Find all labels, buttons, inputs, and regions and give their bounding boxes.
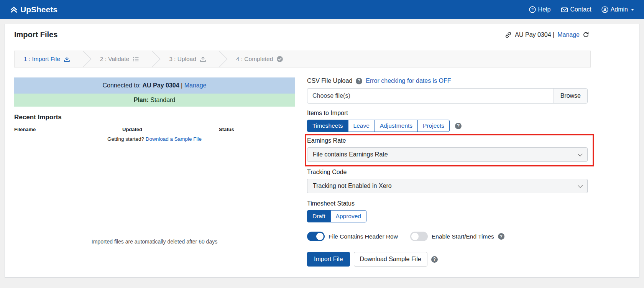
toggle-knob — [316, 233, 324, 240]
start-end-times-label: Enable Start/End Times — [432, 233, 494, 240]
step-upload[interactable]: 3 : Upload — [160, 51, 215, 67]
help-icon: ? — [529, 6, 536, 13]
adjustments-button[interactable]: Adjustments — [375, 120, 418, 132]
check-circle-icon — [276, 56, 283, 63]
navbar-links: ? Help Contact Admin — [529, 6, 634, 13]
toggles-row: File Contains Header Row Enable Start/En… — [307, 232, 588, 241]
header-row-toggle[interactable] — [307, 232, 325, 241]
connected-prefix: Connected to: — [102, 82, 141, 89]
connected-name: AU Pay 0304 — [143, 82, 179, 89]
toggle-knob — [411, 233, 419, 240]
getting-started-text: Getting started? — [107, 136, 144, 142]
help-link[interactable]: ? Help — [529, 6, 551, 13]
right-column: CSV File Upload ? Error checking for dat… — [307, 77, 588, 267]
admin-label: Admin — [611, 6, 628, 13]
step-validate-label: 2 : Validate — [100, 56, 129, 63]
retention-note: Imported files are automatically deleted… — [14, 239, 295, 245]
connection-label: AU Pay 0304 | — [515, 31, 554, 38]
error-checking-link[interactable]: Error checking for dates is OFF — [366, 77, 451, 84]
connection-status: AU Pay 0304 | Manage — [505, 31, 589, 38]
plan-alert: Plan: Standard — [14, 94, 295, 107]
download-icon — [64, 56, 70, 63]
step-completed[interactable]: 4 : Completed — [227, 51, 293, 67]
svg-text:?: ? — [531, 7, 534, 12]
caret-down-icon — [578, 183, 583, 188]
csv-upload-header: CSV File Upload ? Error checking for dat… — [307, 77, 588, 84]
earnings-rate-value: File contains Earnings Rate — [313, 151, 388, 158]
connected-alert: Connected to: AU Pay 0304 | Manage — [14, 77, 295, 94]
timesheet-status-label: Timesheet Status — [307, 200, 588, 207]
contact-link[interactable]: Contact — [561, 6, 591, 13]
step-import-file-label: 1 : Import File — [24, 56, 60, 63]
step-upload-label: 3 : Upload — [169, 56, 196, 63]
actions-row: Import File Download Sample File ? — [307, 252, 588, 267]
earnings-rate-section: Earnings Rate File contains Earnings Rat… — [307, 137, 588, 162]
browse-button[interactable]: Browse — [554, 89, 587, 103]
download-sample-file-link[interactable]: Download a Sample File — [146, 136, 202, 142]
csv-help-icon[interactable]: ? — [356, 78, 362, 84]
step-validate[interactable]: 2 : Validate — [91, 51, 148, 67]
page-title: Import Files — [14, 30, 58, 39]
import-files-card: Import Files AU Pay 0304 | Manage 1 : Im… — [5, 24, 639, 278]
help-label: Help — [538, 6, 551, 13]
upload-icon — [200, 56, 206, 63]
start-end-help-icon[interactable]: ? — [498, 233, 504, 240]
content-columns: Connected to: AU Pay 0304 | Manage Plan:… — [5, 67, 639, 277]
items-group-row: Timesheets Leave Adjustments Projects ? — [307, 120, 588, 132]
envelope-icon — [561, 6, 568, 13]
download-sample-button[interactable]: Download Sample File — [354, 252, 427, 267]
projects-button[interactable]: Projects — [417, 120, 450, 132]
items-to-import-label: Items to Import — [307, 110, 588, 117]
csv-upload-label: CSV File Upload — [307, 77, 352, 84]
leave-button[interactable]: Leave — [348, 120, 375, 132]
manage-link[interactable]: Manage — [557, 31, 580, 38]
column-filename: Filename — [14, 127, 122, 132]
left-column: Connected to: AU Pay 0304 | Manage Plan:… — [14, 77, 295, 245]
brand-name: UpSheets — [20, 5, 58, 14]
timesheets-button[interactable]: Timesheets — [307, 120, 348, 132]
top-navbar: UpSheets ? Help Contact Admin — [0, 0, 644, 19]
column-status: Status — [219, 127, 295, 132]
earnings-rate-label: Earnings Rate — [307, 137, 588, 144]
tracking-code-value: Tracking not Enabled in Xero — [313, 183, 392, 189]
recent-imports-title: Recent Imports — [14, 114, 295, 121]
recent-imports-table-header: Filename Updated Status — [14, 127, 295, 132]
person-circle-icon — [601, 6, 608, 13]
approved-button[interactable]: Approved — [330, 210, 366, 222]
header-row-label: File Contains Header Row — [329, 233, 398, 240]
import-file-button[interactable]: Import File — [307, 252, 350, 267]
double-chevron-up-icon — [10, 6, 18, 13]
file-placeholder: Choose file(s) — [307, 89, 554, 103]
getting-started-row: Getting started? Download a Sample File — [14, 136, 295, 142]
step-import-file[interactable]: 1 : Import File — [15, 51, 79, 67]
card-header: Import Files AU Pay 0304 | Manage — [5, 24, 639, 45]
items-button-group: Timesheets Leave Adjustments Projects — [307, 120, 450, 132]
pipe-separator: | — [181, 82, 182, 89]
wizard-steps: 1 : Import File 2 : Validate 3 : Upload … — [14, 51, 591, 67]
caret-down-icon — [631, 9, 634, 11]
status-button-group: Draft Approved — [307, 210, 366, 222]
column-updated: Updated — [122, 127, 219, 132]
tracking-code-select[interactable]: Tracking not Enabled in Xero — [307, 179, 588, 193]
earnings-rate-select[interactable]: File contains Earnings Rate — [307, 147, 588, 162]
admin-menu[interactable]: Admin — [601, 6, 634, 13]
brand[interactable]: UpSheets — [10, 5, 58, 14]
step-separator — [79, 51, 91, 67]
start-end-times-toggle[interactable] — [410, 232, 428, 241]
items-help-icon[interactable]: ? — [455, 123, 462, 129]
file-upload-input[interactable]: Choose file(s) Browse — [307, 88, 588, 104]
step-separator — [215, 51, 227, 67]
draft-button[interactable]: Draft — [307, 210, 331, 222]
tracking-code-label: Tracking Code — [307, 169, 588, 176]
plan-value: Standard — [150, 97, 175, 103]
contact-label: Contact — [570, 6, 591, 13]
caret-down-icon — [578, 151, 583, 156]
step-completed-label: 4 : Completed — [236, 56, 273, 63]
plan-label: Plan: — [134, 97, 149, 103]
list-icon — [133, 56, 139, 63]
alert-manage-link[interactable]: Manage — [184, 82, 207, 89]
link-icon — [505, 31, 512, 38]
refresh-icon[interactable] — [583, 31, 589, 38]
download-help-icon[interactable]: ? — [431, 256, 438, 263]
step-separator — [148, 51, 160, 67]
